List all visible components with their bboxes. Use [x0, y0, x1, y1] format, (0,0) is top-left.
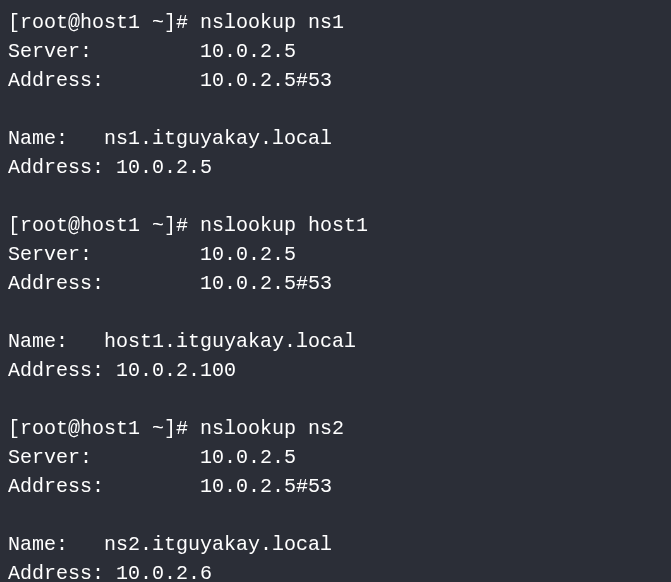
command-text: nslookup ns1: [200, 11, 344, 34]
address-label: Address:: [8, 475, 104, 498]
result-address-line: Address: 10.0.2.5: [8, 153, 663, 182]
name-value: host1.itguyakay.local: [104, 330, 356, 353]
name-line: Name: ns1.itguyakay.local: [8, 124, 663, 153]
blank-line: [8, 298, 663, 327]
server-value: 10.0.2.5: [200, 446, 296, 469]
result-address-value: 10.0.2.100: [116, 359, 236, 382]
name-label: Name:: [8, 533, 68, 556]
server-line: Server: 10.0.2.5: [8, 443, 663, 472]
server-label: Server:: [8, 243, 92, 266]
result-address-label: Address:: [8, 562, 116, 582]
server-line: Server: 10.0.2.5: [8, 37, 663, 66]
server-label: Server:: [8, 446, 92, 469]
command-text: nslookup ns2: [200, 417, 344, 440]
name-value: ns1.itguyakay.local: [104, 127, 332, 150]
address-label: Address:: [8, 69, 104, 92]
command-text: nslookup host1: [200, 214, 368, 237]
result-address-line: Address: 10.0.2.100: [8, 356, 663, 385]
name-line: Name: host1.itguyakay.local: [8, 327, 663, 356]
prompt-prefix: [root@host1 ~]#: [8, 11, 200, 34]
result-address-label: Address:: [8, 156, 116, 179]
server-value: 10.0.2.5: [200, 40, 296, 63]
address-port-line: Address: 10.0.2.5#53: [8, 472, 663, 501]
address-port-value: 10.0.2.5#53: [200, 475, 332, 498]
name-label: Name:: [8, 127, 68, 150]
address-port-value: 10.0.2.5#53: [200, 69, 332, 92]
prompt-prefix: [root@host1 ~]#: [8, 417, 200, 440]
terminal-output: [root@host1 ~]# nslookup ns1 Server: 10.…: [8, 8, 663, 582]
blank-line: [8, 95, 663, 124]
address-port-line: Address: 10.0.2.5#53: [8, 269, 663, 298]
prompt-line[interactable]: [root@host1 ~]# nslookup ns1: [8, 8, 663, 37]
server-line: Server: 10.0.2.5: [8, 240, 663, 269]
address-label: Address:: [8, 272, 104, 295]
result-address-value: 10.0.2.5: [116, 156, 212, 179]
name-value: ns2.itguyakay.local: [104, 533, 332, 556]
name-label: Name:: [8, 330, 68, 353]
address-port-line: Address: 10.0.2.5#53: [8, 66, 663, 95]
blank-line: [8, 501, 663, 530]
prompt-line[interactable]: [root@host1 ~]# nslookup host1: [8, 211, 663, 240]
result-address-label: Address:: [8, 359, 116, 382]
server-label: Server:: [8, 40, 92, 63]
prompt-prefix: [root@host1 ~]#: [8, 214, 200, 237]
blank-line: [8, 385, 663, 414]
blank-line: [8, 182, 663, 211]
prompt-line[interactable]: [root@host1 ~]# nslookup ns2: [8, 414, 663, 443]
result-address-line: Address: 10.0.2.6: [8, 559, 663, 582]
address-port-value: 10.0.2.5#53: [200, 272, 332, 295]
result-address-value: 10.0.2.6: [116, 562, 212, 582]
name-line: Name: ns2.itguyakay.local: [8, 530, 663, 559]
server-value: 10.0.2.5: [200, 243, 296, 266]
